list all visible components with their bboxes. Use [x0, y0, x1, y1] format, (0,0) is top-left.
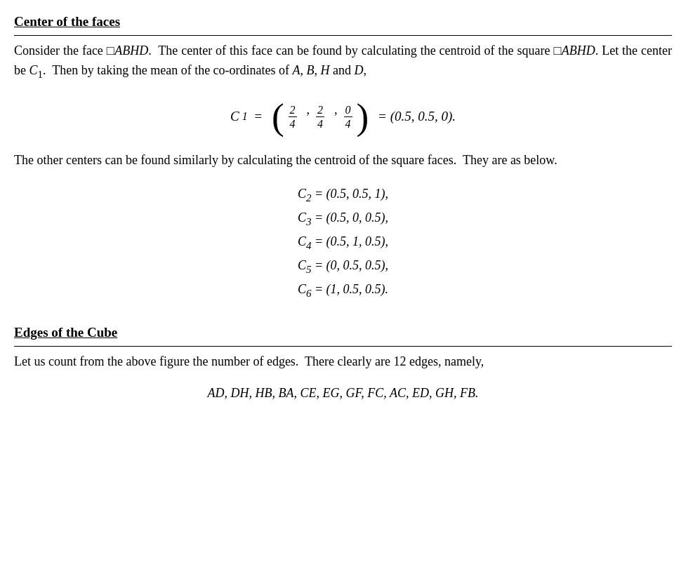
- center-c2: C2 = (0.5, 0.5, 1),: [14, 183, 672, 207]
- center-faces-section: Center of the faces Consider the face □A…: [14, 14, 672, 302]
- edges-cube-section: Edges of the Cube Let us count from the …: [14, 325, 672, 401]
- center-c6: C6 = (1, 0.5, 0.5).: [14, 279, 672, 302]
- edges-cube-title: Edges of the Cube: [14, 325, 117, 340]
- title-underline: [14, 35, 672, 36]
- center-c5: C5 = (0, 0.5, 0.5),: [14, 255, 672, 279]
- center-faces-title: Center of the faces: [14, 14, 120, 29]
- center-c3: C3 = (0.5, 0, 0.5),: [14, 207, 672, 231]
- edges-formula: AD, DH, HB, BA, CE, EG, GF, FC, AC, ED, …: [14, 386, 672, 401]
- center-c4: C4 = (0.5, 1, 0.5),: [14, 231, 672, 255]
- center-faces-paragraph2: The other centers can be found similarly…: [14, 151, 672, 171]
- center-faces-paragraph1: Consider the face □ABHD. The center of t…: [14, 41, 672, 83]
- edges-paragraph1: Let us count from the above figure the n…: [14, 352, 672, 372]
- formula-c1: C1 = ( 2 4 , 2 4: [14, 98, 672, 135]
- page-content: Center of the faces Consider the face □A…: [14, 14, 672, 401]
- centers-list: C2 = (0.5, 0.5, 1), C3 = (0.5, 0, 0.5), …: [14, 183, 672, 302]
- edges-title-underline: [14, 346, 672, 347]
